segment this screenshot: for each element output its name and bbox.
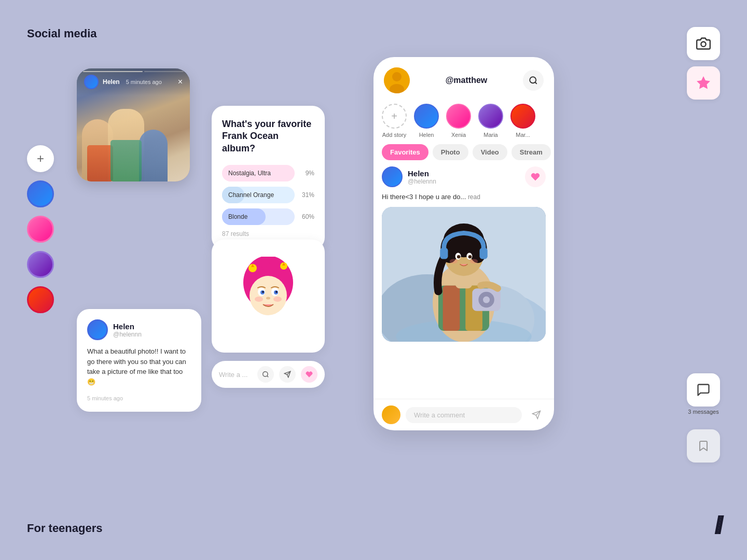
svg-point-51	[470, 259, 478, 264]
post-user-handle: @helennn	[408, 178, 436, 185]
post-read-more[interactable]: read	[468, 193, 480, 201]
comment-header: Helen @helennn	[87, 319, 191, 340]
phone-header: @matthew	[374, 57, 554, 100]
phone-tabs: Favorites Photo Video Stream Po...	[374, 144, 554, 166]
story-close-button[interactable]: ×	[178, 77, 183, 87]
svg-point-18	[255, 297, 263, 302]
helen-avatar	[414, 104, 439, 129]
poll-question: What's your favorite Frank Ocean album?	[222, 118, 314, 155]
svg-rect-46	[480, 248, 488, 259]
poll-results: 87 results	[222, 230, 314, 237]
message-input-bar[interactable]: Write a ...	[212, 361, 325, 388]
svg-point-17	[266, 297, 270, 299]
right-icon-panel	[687, 27, 720, 100]
svg-point-26	[530, 77, 536, 83]
sidebar-story-maria[interactable]	[27, 251, 54, 278]
poll-card: What's your favorite Frank Ocean album? …	[212, 106, 325, 250]
post-avatar	[382, 166, 403, 187]
comment-time: 5 minutes ago	[87, 395, 191, 401]
story-card-user-info: Helen 5 minutes ago	[84, 75, 162, 89]
heart-icon-input[interactable]	[301, 366, 317, 383]
svg-point-49	[483, 297, 490, 303]
post-text: Hi there<3 I hope u are do... read	[382, 192, 546, 202]
phone-story-mar[interactable]: Mar...	[510, 104, 535, 138]
svg-point-20	[263, 372, 268, 376]
post-photo-bg	[382, 207, 546, 342]
svg-point-0	[701, 42, 706, 47]
xenia-avatar	[446, 104, 471, 129]
svg-point-15	[262, 291, 264, 293]
add-story-circle[interactable]: +	[382, 104, 407, 129]
stories-sidebar: +	[27, 145, 54, 313]
phone-comment-area: Write a comment	[374, 399, 554, 430]
sidebar-story-helen[interactable]	[27, 180, 54, 207]
poll-bar-2: Channel Orange	[222, 187, 295, 203]
phone-story-helen[interactable]: Helen	[414, 104, 439, 138]
phone-comment-input[interactable]: Write a comment	[406, 407, 522, 423]
post-header: Helen @helennn	[382, 166, 546, 187]
phone-add-story[interactable]: + Add story	[382, 104, 407, 138]
phone-story-maria[interactable]: Maria	[478, 104, 503, 138]
maria-label: Maria	[483, 132, 498, 138]
input-placeholder: Write a ...	[219, 371, 252, 379]
comment-avatar	[87, 319, 108, 340]
phone-stories-row: + Add story Helen Xenia Maria Mar...	[374, 100, 554, 144]
tab-stream[interactable]: Stream	[511, 144, 551, 160]
phone-user-avatar	[384, 67, 410, 93]
phone-username: @matthew	[416, 76, 517, 85]
svg-point-24	[392, 72, 402, 81]
phone-mockup: @matthew + Add story Helen Xenia Maria	[374, 57, 554, 430]
svg-rect-34	[443, 286, 460, 331]
phone-story-xenia[interactable]: Xenia	[446, 104, 471, 138]
messages-section: 3 messages	[687, 373, 720, 415]
poll-bar-3: Blonde	[222, 208, 295, 225]
poll-option-1[interactable]: Nostalgia, Ultra 9%	[222, 165, 314, 181]
post-like-button[interactable]	[525, 166, 546, 187]
mar-avatar	[510, 104, 535, 129]
add-story-label: Add story	[382, 132, 406, 138]
poll-label-1: Nostalgia, Ultra	[228, 170, 271, 177]
tab-photo[interactable]: Photo	[433, 144, 468, 160]
star-icon-button[interactable]	[687, 66, 720, 100]
svg-point-19	[273, 297, 282, 302]
poll-label-3: Blonde	[228, 213, 247, 220]
phone-search-button[interactable]	[523, 70, 544, 91]
story-user-avatar	[84, 75, 99, 89]
maria-avatar	[478, 104, 503, 129]
memoji-card	[212, 240, 325, 353]
svg-point-16	[275, 291, 278, 293]
story-card-username: Helen	[103, 78, 120, 86]
poll-pct-1: 9%	[299, 170, 314, 177]
messages-icon-button[interactable]	[687, 373, 720, 407]
post-text-content: Hi there<3 I hope u are do...	[382, 193, 466, 201]
post-username: Helen	[408, 169, 436, 178]
sidebar-story-4[interactable]	[27, 286, 54, 313]
poll-option-3[interactable]: Blonde 60%	[222, 208, 314, 225]
story-card-time: 5 minutes ago	[126, 79, 162, 85]
sidebar-story-xenia[interactable]	[27, 216, 54, 243]
search-icon-input[interactable]	[257, 366, 274, 383]
poll-pct-3: 60%	[299, 213, 314, 220]
tab-favorites[interactable]: Favorites	[382, 144, 428, 160]
memoji-emoji	[237, 257, 299, 336]
svg-point-43	[457, 255, 461, 259]
tab-video[interactable]: Video	[473, 144, 507, 160]
add-story-sidebar-button[interactable]: +	[27, 145, 54, 172]
svg-marker-1	[697, 77, 709, 88]
bookmark-button[interactable]	[687, 429, 720, 463]
camera-icon-button[interactable]	[687, 27, 720, 60]
svg-point-44	[468, 255, 472, 259]
send-icon-input[interactable]	[279, 366, 296, 383]
mar-label: Mar...	[516, 132, 530, 138]
poll-option-2[interactable]: Channel Orange 31%	[222, 187, 314, 203]
svg-rect-45	[440, 248, 448, 259]
comment-username: Helen	[113, 322, 142, 331]
svg-point-10	[250, 276, 287, 315]
story-card-header: Helen 5 minutes ago ×	[77, 68, 190, 95]
svg-point-50	[450, 259, 458, 264]
poll-label-2: Channel Orange	[228, 191, 274, 199]
helen-label: Helen	[419, 132, 434, 138]
page-subtitle: For teenagers	[27, 522, 103, 535]
phone-send-button[interactable]	[527, 405, 546, 424]
comment-card: Helen @helennn What a beautiful photo!! …	[77, 309, 201, 412]
